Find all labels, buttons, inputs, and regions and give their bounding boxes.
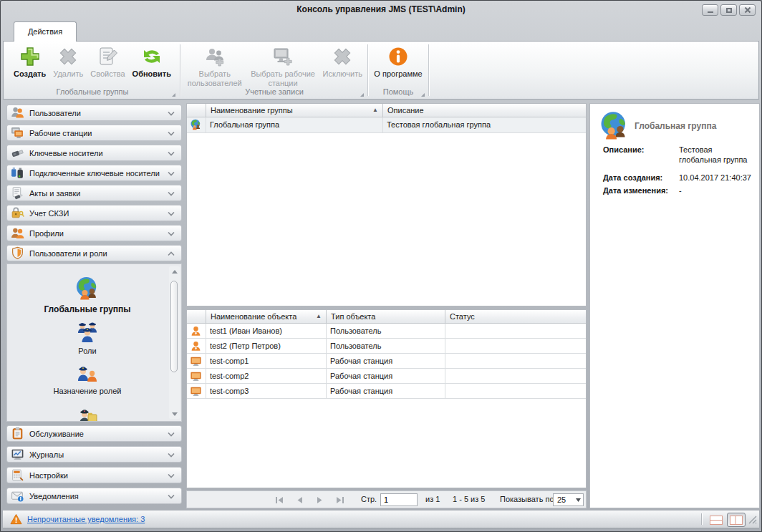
scroll-down-icon[interactable] [169,409,180,419]
nav-item-role-assignment[interactable]: Назначение ролей [7,359,168,395]
member-row[interactable]: test1 (Иван Иванов) Пользователь [187,324,586,339]
detail-value: Тестовая глобальная группа [679,145,753,165]
next-page-button[interactable] [312,494,327,506]
chevron-down-icon [168,209,175,218]
sidebar-item-journals[interactable]: Журналы [6,446,182,463]
chevron-down-icon [573,498,583,502]
object-type-cell: Пользователь [330,324,443,338]
nav-item-partial[interactable] [7,402,168,422]
details-panel: Глобальная группа Описание: Тестовая гло… [589,103,760,508]
member-row[interactable]: test-comp2 Рабочая станция [187,369,586,384]
layout-horizontal-icon [710,516,723,525]
sort-asc-icon: ▲ [372,107,378,114]
sidebar-item-connected-key-media[interactable]: Подключенные ключевые носители [6,165,182,181]
last-page-button[interactable] [332,494,347,506]
warning-icon [10,513,22,525]
members-grid: Наименование объекта ▲ Тип объекта Стату… [186,309,587,488]
detail-label: Описание: [603,145,679,165]
layout-vertical-button[interactable] [727,513,746,527]
sidebar-item-settings[interactable]: Настройки [6,467,182,483]
status-bar: Непрочитанные уведомления: 3 [3,510,759,528]
delete-button[interactable]: Удалить [49,44,87,80]
exclude-x-icon [331,45,354,68]
sidebar-item-notifications[interactable]: Уведомления [6,488,182,504]
create-button[interactable]: Создать [10,44,49,80]
group-row[interactable]: Глобальная группа Тестовая глобальная гр… [187,117,586,133]
icon-column-header[interactable] [187,310,206,323]
sidebar-item-workstations[interactable]: Рабочие станции [6,125,182,141]
page-size-label: Показывать по [500,495,554,503]
object-type-cell: Рабочая станция [330,369,443,383]
ribbon-divider [367,44,368,96]
chevron-down-icon [168,169,175,178]
unread-notifications-link[interactable]: Непрочитанные уведомления: 3 [27,515,145,523]
nav-scrollbar[interactable] [169,266,180,419]
minimize-button[interactable] [702,4,718,16]
roles-icon [74,319,100,344]
officer-folder-icon [74,402,100,422]
select-users-button[interactable]: Выбрать пользователей [183,44,246,90]
column-header-object-name[interactable]: Наименование объекта ▲ [206,310,326,323]
group-dialog-launcher-icon[interactable] [360,93,364,97]
group-dialog-launcher-icon[interactable] [172,93,175,97]
next-page-icon [316,496,324,504]
detail-value: - [679,185,753,195]
layout-horizontal-button[interactable] [707,513,725,527]
detail-label: Дата создания: [603,173,679,183]
select-workstations-button[interactable]: Выбрать рабочие станции [246,44,319,90]
resize-grip[interactable] [748,515,758,525]
group-label-accounts: Учетные записи [183,87,366,97]
exclude-button[interactable]: Исключить [319,44,366,80]
scrollbar-thumb[interactable] [170,281,178,372]
detail-label: Дата изменения: [603,185,679,195]
close-button[interactable] [739,4,756,16]
members-grid-header: Наименование объекта ▲ Тип объекта Стату… [187,310,586,324]
sidebar-item-key-media[interactable]: Ключевые носители [6,145,182,161]
title-bar: Консоль управления JMS (TEST\Admin) [1,1,761,19]
sidebar-item-users[interactable]: Пользователи [6,105,182,121]
object-name-cell: test1 (Иван Иванов) [210,324,323,338]
ribbon-group-help: О программе Помощь [370,42,427,99]
sidebar-item-maintenance[interactable]: Обслуживание [6,425,182,442]
nav-item-roles[interactable]: Роли [7,319,168,355]
tab-actions[interactable]: Действия [14,21,77,42]
page-size-select[interactable]: 25 [553,493,584,506]
page-number-input[interactable] [380,493,418,506]
about-button[interactable]: О программе [370,44,425,80]
object-type-cell: Пользователь [330,339,443,353]
column-header-group-name[interactable]: Наименование группы ▲ [206,104,382,117]
column-header-description[interactable]: Описание [382,104,586,117]
pages-total-label: из 1 [425,495,440,503]
object-name-cell: test-comp3 [210,384,323,398]
refresh-button[interactable]: Обновить [129,44,175,80]
close-icon [744,6,751,14]
group-dialog-launcher-icon[interactable] [421,93,425,97]
object-status-cell [449,369,583,383]
document-usb-icon [11,186,24,200]
properties-button[interactable]: Свойства [87,44,128,80]
prev-page-button[interactable] [291,494,307,506]
sidebar-item-profiles[interactable]: Профили [6,225,182,241]
member-row[interactable]: test-comp3 Рабочая станция [187,384,586,399]
member-row[interactable]: test-comp1 Рабочая станция [187,354,586,369]
column-header-object-type[interactable]: Тип объекта [326,310,445,323]
icon-column-header[interactable] [187,104,206,117]
nav-item-global-groups[interactable]: Глобальные группы [7,276,168,314]
global-group-large-icon [599,111,630,142]
range-label: 1 - 5 из 5 [453,495,485,503]
scroll-up-icon[interactable] [169,266,180,276]
column-header-status[interactable]: Статус [445,310,586,323]
sidebar-item-users-and-roles[interactable]: Пользователи и роли [6,245,182,261]
member-row[interactable]: test2 (Петр Петров) Пользователь [187,339,586,354]
settings-icon [11,468,24,482]
global-groups-icon [74,276,100,302]
chevron-down-icon [168,471,175,480]
chevron-down-icon [168,189,175,198]
sidebar-item-acts[interactable]: Акты и заявки [6,185,182,201]
maximize-button[interactable] [720,4,737,16]
select-users-icon [203,45,226,68]
first-page-button[interactable] [271,494,287,506]
sidebar-item-skzi[interactable]: Учет СКЗИ [6,205,182,221]
detail-row-modified: Дата изменения: - [603,185,753,195]
workstation-icon [190,355,202,367]
